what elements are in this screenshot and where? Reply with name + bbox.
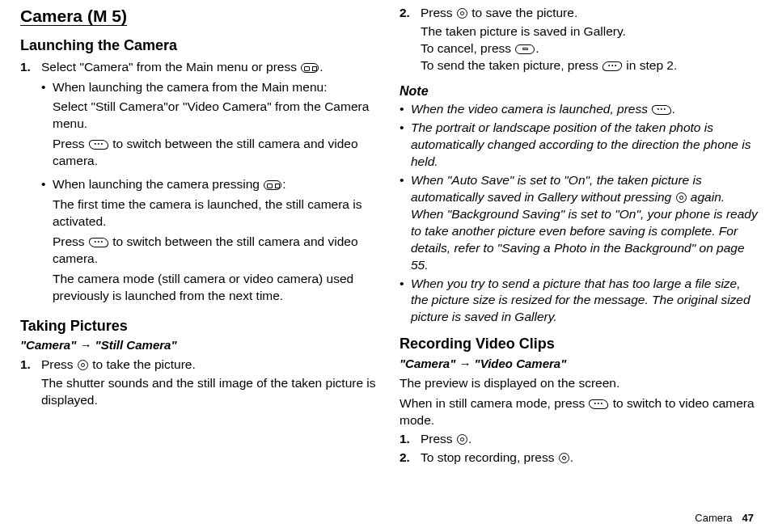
center-key-icon bbox=[676, 192, 687, 203]
right-softkey-icon bbox=[651, 105, 673, 115]
recording-para: When in still camera mode, press to swit… bbox=[400, 395, 758, 429]
bullet-mark bbox=[41, 176, 53, 307]
bullet-line: Press to switch between the still camera… bbox=[53, 136, 378, 170]
note-heading: Note bbox=[400, 82, 758, 100]
left-softkey-icon bbox=[602, 61, 624, 71]
step-desc: To cancel, press . bbox=[421, 40, 758, 57]
right-softkey-icon bbox=[88, 140, 110, 150]
page-title: Camera (M 5) bbox=[20, 11, 127, 24]
bullet-line: When launching the camera pressing : bbox=[53, 176, 378, 193]
bullet-line: Press to switch between the still camera… bbox=[53, 234, 378, 268]
launch-step-1: 1. Select "Camera" from the Main menu or… bbox=[20, 59, 378, 76]
take-step-2: 2. Press to save the picture. The taken … bbox=[400, 5, 758, 74]
bullet-line: Select "Still Camera"or "Video Camera" f… bbox=[53, 99, 378, 133]
take-step-1: 1. Press to take the picture. The shutte… bbox=[20, 357, 378, 409]
step-body: Select "Camera" from the Main menu or pr… bbox=[41, 59, 378, 76]
bullet-line: The first time the camera is launched, t… bbox=[53, 196, 378, 230]
record-step-1: 1. Press . bbox=[400, 431, 758, 448]
step-desc: To send the taken picture, press in step… bbox=[421, 57, 758, 74]
bullet-mark bbox=[400, 276, 411, 327]
step-desc: The shutter sounds and the still image o… bbox=[41, 375, 378, 409]
step-body: Press . bbox=[421, 431, 758, 448]
breadcrumb-recording: "Camera" → "Video Camera" bbox=[400, 356, 758, 372]
breadcrumb-taking: "Camera" → "Still Camera" bbox=[20, 337, 378, 353]
heading-launching: Launching the Camera bbox=[20, 36, 378, 55]
step-desc: The taken picture is saved in Gallery. bbox=[421, 23, 758, 40]
back-key-icon bbox=[515, 44, 535, 54]
step-number: 1. bbox=[20, 59, 41, 76]
step-body: Press to save the picture. The taken pic… bbox=[421, 5, 758, 74]
step-body: Press to take the picture. The shutter s… bbox=[41, 357, 378, 409]
step-number: 1. bbox=[400, 431, 421, 448]
bullet-mark bbox=[41, 79, 53, 174]
camera-key-icon bbox=[264, 180, 281, 190]
page-footer: Camera47 bbox=[695, 511, 754, 526]
footer-section: Camera bbox=[695, 512, 732, 524]
right-column: 2. Press to save the picture. The taken … bbox=[400, 5, 758, 467]
heading-recording: Recording Video Clips bbox=[400, 334, 758, 353]
two-column-layout: Camera (M 5) Launching the Camera 1. Sel… bbox=[20, 5, 758, 467]
step-number: 1. bbox=[20, 357, 41, 409]
footer-page-number: 47 bbox=[742, 512, 754, 524]
step-number: 2. bbox=[400, 450, 421, 467]
recording-para: The preview is displayed on the screen. bbox=[400, 375, 758, 392]
title-text: Camera bbox=[20, 6, 82, 25]
center-key-icon bbox=[78, 360, 88, 370]
note-item: When "Auto Save" is set to "On", the tak… bbox=[400, 172, 758, 274]
note-item: When you try to send a picture that has … bbox=[400, 276, 758, 327]
heading-taking: Taking Pictures bbox=[20, 316, 378, 336]
center-key-icon bbox=[457, 8, 467, 19]
bullet-mark bbox=[400, 172, 411, 274]
bullet-line: When launching the camera from the Main … bbox=[53, 79, 378, 96]
launch-bullet-key: When launching the camera pressing : The… bbox=[41, 176, 378, 307]
bullet-mark bbox=[400, 101, 411, 118]
left-column: Camera (M 5) Launching the Camera 1. Sel… bbox=[20, 5, 378, 467]
bullet-mark bbox=[400, 120, 411, 171]
note-item: When the video camera is launched, press… bbox=[400, 101, 758, 118]
right-softkey-icon bbox=[588, 399, 610, 409]
bullet-line: The camera mode (still camera or video c… bbox=[53, 271, 378, 305]
center-key-icon bbox=[457, 434, 467, 445]
record-step-2: 2. To stop recording, press . bbox=[400, 450, 758, 467]
center-key-icon bbox=[559, 453, 569, 463]
note-item: The portrait or landscape position of th… bbox=[400, 120, 758, 171]
title-shortcut: (M 5) bbox=[82, 6, 127, 25]
step-body: To stop recording, press . bbox=[421, 450, 758, 467]
camera-key-icon bbox=[301, 63, 319, 73]
launch-bullet-menu: When launching the camera from the Main … bbox=[41, 79, 378, 174]
right-softkey-icon bbox=[88, 238, 110, 247]
step-number: 2. bbox=[400, 5, 421, 74]
